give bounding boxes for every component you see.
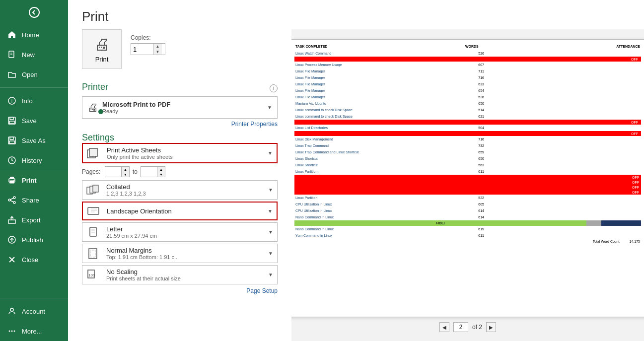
table-row: Linux File Manager 716 [294,74,641,81]
active-sheets-arrow[interactable]: ▼ [264,150,277,156]
collated-text: Collated 1,2,3 1,2,3 1,2,3 [104,181,264,199]
new-icon [7,50,17,60]
sidebar-label-share: Share [22,197,39,204]
printer-info: Microsoft Print to PDF Ready [102,101,263,114]
sidebar-label-publish: Publish [22,236,43,244]
table-row: Linux Partitiom 611 [294,168,641,175]
sidebar-label-new: New [22,51,35,59]
table-row: Linux command to check Disk Space 621 [294,113,641,120]
save-as-icon [7,136,17,145]
svg-point-16 [13,180,14,181]
printer-section-header: Printer i [82,78,278,96]
next-page-button[interactable]: ▶ [486,322,496,332]
sidebar-item-new[interactable]: New [0,45,68,65]
export-icon [7,215,17,225]
setting-collated[interactable]: Collated 1,2,3 1,2,3 1,2,3 ▼ [82,180,278,200]
scaling-main: No Scaling [106,268,262,275]
setting-landscape[interactable]: Landscape Orientation ▼ [82,202,278,220]
sidebar-item-share[interactable]: Share [0,190,68,210]
svg-point-0 [29,7,39,17]
sidebar-item-print[interactable]: Print [0,170,68,190]
table-row: OFF [294,120,641,125]
more-icon [7,326,17,336]
main-content: Print 🖨 Print Copies: ▲ ▼ [68,0,644,341]
margins-main: Normal Margins [106,247,262,254]
table-row: Yum Command in Linux 611 [294,232,641,239]
print-button[interactable]: 🖨 Print [82,29,122,69]
pages-to-up[interactable]: ▲ [157,167,165,172]
scaling-icon: 100 [82,267,104,283]
sidebar-item-more[interactable]: More... [0,321,68,341]
collated-arrow[interactable]: ▼ [264,187,277,193]
sidebar-item-publish[interactable]: Publish [0,230,68,250]
table-row: OFF [294,57,641,62]
sidebar-item-open[interactable]: Open [0,65,68,84]
svg-point-18 [8,199,10,201]
collated-icon [82,182,104,199]
table-row: Linux Disk Management 716 [294,136,641,142]
table-row: Manjaro Vs. Ubuntu 650 [294,100,641,107]
print-icon [7,175,17,185]
sidebar-item-save[interactable]: Save [0,111,68,131]
printer-selector[interactable]: 🖨 Microsoft Print to PDF Ready ▼ [82,96,278,119]
sidebar-item-export[interactable]: Export [0,210,68,230]
print-button-icon: 🖨 [94,35,110,54]
svg-rect-8 [9,121,14,124]
scaling-arrow[interactable]: ▼ [264,272,277,277]
svg-text:i: i [11,99,12,104]
printer-properties-link[interactable]: Printer Properties [82,121,278,128]
setting-letter[interactable]: Letter 21.59 cm x 27.94 cm ▼ [82,222,278,242]
table-row: Linux Shortcut 650 [294,155,641,162]
table-row: Linux Process Memory Usage 607 [294,62,641,68]
table-row: Linux File Manager 633 [294,81,641,87]
sidebar-item-home[interactable]: Home [0,25,68,45]
header-words: WORDS [465,45,479,48]
preview-sheet: TASK COMPLETED WORDS ATTENDANCE Linux Wa… [291,39,644,317]
copies-spinners: ▲ ▼ [153,44,162,55]
table-row: Linux command to check Disk Space 514 [294,107,641,113]
letter-text: Letter 21.59 cm x 27.94 cm [104,223,264,241]
pages-from-down[interactable]: ▼ [122,172,129,177]
landscape-icon [83,203,105,219]
print-button-label: Print [95,56,109,63]
printer-status-dot [98,109,103,114]
preview-navigation: ◀ of 2 ▶ [439,322,496,332]
svg-rect-14 [10,177,14,179]
prev-page-button[interactable]: ◀ [439,322,449,332]
copies-row: Copies: ▲ ▼ [131,34,165,55]
sidebar-label-save-as: Save As [22,137,46,144]
setting-active-sheets[interactable]: Print Active Sheets Only print the activ… [82,143,278,163]
copies-input[interactable] [131,44,153,55]
sidebar-item-save-as[interactable]: Save As [0,131,68,150]
letter-arrow[interactable]: ▼ [264,229,277,235]
back-button[interactable] [0,0,68,25]
pages-from-spinner: ▲ ▼ [121,167,129,177]
table-row: Linux List Directories 504 [294,125,641,131]
page-number-input[interactable] [453,322,468,332]
sidebar-item-info[interactable]: i Info [0,91,68,111]
pages-from-up[interactable]: ▲ [122,167,129,172]
svg-rect-22 [8,220,15,223]
sidebar-item-close[interactable]: Close [0,250,68,270]
setting-margins[interactable]: Normal Margins Top: 1.91 cm Bottom: 1.91… [82,244,278,263]
setting-scaling[interactable]: 100 No Scaling Print sheets at their act… [82,265,278,284]
pages-to-down[interactable]: ▼ [157,172,165,177]
margins-arrow[interactable]: ▼ [264,251,277,256]
svg-point-19 [13,202,15,204]
printer-dropdown-arrow[interactable]: ▼ [267,105,272,110]
sidebar-item-account[interactable]: Account [0,301,68,321]
page-setup-link[interactable]: Page Setup [82,287,278,294]
svg-text:100: 100 [88,273,95,277]
margins-text: Normal Margins Top: 1.91 cm Bottom: 1.91… [104,244,264,263]
copies-down-button[interactable]: ▼ [153,49,162,55]
landscape-arrow[interactable]: ▼ [264,208,277,214]
svg-point-31 [14,331,15,332]
save-icon [7,116,17,126]
active-sheets-main: Print Active Sheets [107,146,262,154]
svg-rect-7 [10,117,13,120]
table-row: Linux Trap Command and Linux Shortcut 65… [294,149,641,155]
sidebar-item-history[interactable]: History [0,150,68,170]
svg-point-28 [10,308,13,311]
printer-info-icon[interactable]: i [270,84,278,92]
copies-up-button[interactable]: ▲ [153,44,162,49]
